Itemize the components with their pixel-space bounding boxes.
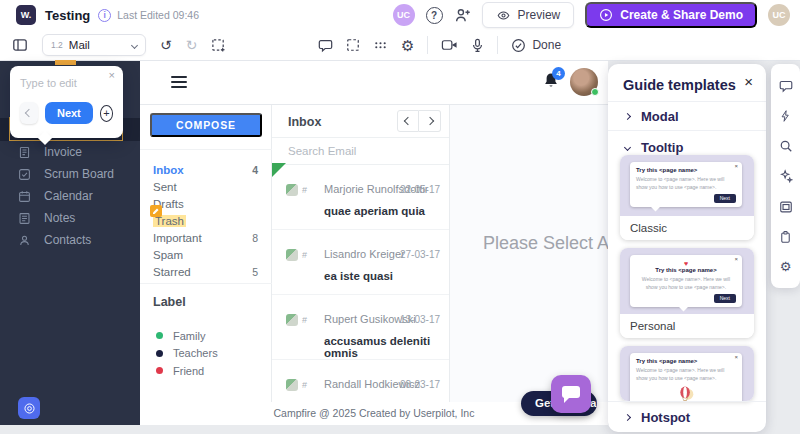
folder-label: Starred	[153, 266, 191, 278]
template-card-illustrated[interactable]: × Try this <page name> Welcome to <page …	[620, 346, 754, 401]
sidebar-item-label: Invoice	[44, 145, 82, 159]
comment-tool-icon[interactable]	[318, 38, 333, 53]
folder-spam[interactable]: Spam	[140, 246, 271, 263]
preview-body: Welcome to <page name>. Here we will sho…	[636, 175, 736, 192]
email-list-item[interactable]: # Rupert Gusikowski 13-03-17 accusamus d…	[272, 295, 449, 360]
template-card-classic[interactable]: × Try this <page name> Welcome to <page …	[620, 155, 754, 240]
comments-icon[interactable]	[779, 79, 793, 93]
grid-apps-icon[interactable]	[373, 38, 388, 52]
add-step-button[interactable]: +	[100, 105, 113, 122]
template-card-personal[interactable]: × ♥ Try this <page name> Welcome to <pag…	[620, 248, 754, 338]
chevron-down-icon	[624, 143, 631, 150]
label-color-dot	[156, 350, 163, 357]
divider	[427, 36, 428, 54]
preview-label: Preview	[518, 8, 561, 22]
sidebar-item-invoice[interactable]: Invoice	[0, 141, 140, 163]
profile-avatar[interactable]	[570, 68, 598, 96]
preview-body: Welcome to <page name>. Here we will sho…	[636, 366, 736, 383]
email-date: 27-03-17	[400, 249, 440, 260]
divider	[497, 36, 498, 54]
hamburger-menu-icon[interactable]	[171, 76, 187, 91]
chat-widget-button[interactable]	[551, 375, 591, 413]
microphone-icon[interactable]	[471, 38, 484, 53]
prev-page-button[interactable]	[397, 110, 419, 132]
search-icon[interactable]	[779, 139, 793, 153]
calendar-icon	[18, 190, 31, 203]
sidebar-item-contacts[interactable]: Contacts	[0, 229, 140, 251]
sender-avatar	[286, 379, 298, 391]
folder-inbox[interactable]: Inbox 4	[140, 161, 271, 178]
tooltip-text-input[interactable]: Type to edit	[20, 77, 113, 89]
invite-user-icon[interactable]	[454, 7, 471, 24]
close-icon[interactable]: ×	[109, 69, 115, 81]
label-friend[interactable]: Friend	[140, 362, 271, 380]
settings-gear-icon[interactable]: ⚙	[401, 38, 414, 53]
online-status-dot	[591, 88, 599, 96]
sparkles-ai-icon[interactable]	[779, 169, 793, 183]
sidebar-item-scrum-board[interactable]: Scrum Board	[0, 163, 140, 185]
help-icon[interactable]: ?	[426, 7, 443, 24]
folder-important[interactable]: Important 8	[140, 229, 271, 246]
email-list-item[interactable]: # Lisandro Kreiger 27-03-17 ea iste quas…	[272, 230, 449, 295]
labels-section-header: Label	[153, 295, 186, 309]
section-hotspot[interactable]: Hotspot	[608, 401, 766, 432]
email-list-item[interactable]: # Marjorie Runolfsdottir 22-05-17 quae a…	[272, 165, 449, 230]
app-logo[interactable]: W.	[16, 5, 36, 25]
email-list-item[interactable]: # Randall Hodkiewicz 08-03-17	[272, 360, 449, 402]
edit-element-marker	[150, 205, 162, 217]
selection-tool-icon[interactable]	[346, 38, 360, 52]
undo-icon[interactable]: ↺	[160, 38, 172, 52]
email-date: 22-05-17	[400, 184, 440, 195]
label-name: Family	[173, 330, 205, 342]
label-name: Teachers	[173, 347, 218, 359]
preview-body: Welcome to <page name>. Here we will sho…	[636, 275, 736, 292]
done-button[interactable]: Done	[511, 38, 561, 53]
sidebar-item-notes[interactable]: Notes	[0, 207, 140, 229]
builder-tools-rail: ⚙	[771, 64, 800, 288]
notes-icon	[18, 212, 31, 225]
modal-layout-icon[interactable]	[779, 200, 793, 214]
folder-sent[interactable]: Sent	[140, 178, 271, 195]
email-list-panel: Inbox # Marjorie Runolfsdottir 22-05-17 …	[272, 105, 450, 402]
settings-gear-icon[interactable]: ⚙	[780, 260, 792, 273]
resource-center-button[interactable]	[18, 397, 40, 419]
create-share-demo-button[interactable]: Create & Share Demo	[585, 2, 757, 28]
collaborator-avatar[interactable]: UC	[393, 4, 415, 26]
email-date: 13-03-17	[400, 314, 440, 325]
user-avatar[interactable]: UC	[768, 4, 790, 26]
label-family[interactable]: Family	[140, 327, 271, 345]
editor-topbar: W. Testing i Last Edited 09:46 UC ? Prev…	[0, 0, 800, 30]
divider	[140, 283, 272, 284]
hash-icon: #	[302, 315, 307, 325]
back-button[interactable]	[20, 102, 38, 124]
page-selector-dropdown[interactable]: 1.2 Mail	[42, 34, 146, 56]
folder-starred[interactable]: Starred 5	[140, 263, 271, 280]
tooltip-editor-popup: × Type to edit Next +	[10, 66, 123, 138]
label-teachers[interactable]: Teachers	[140, 345, 271, 363]
last-edited-label: Last Edited 09:46	[117, 9, 199, 21]
select-area-icon[interactable]	[211, 38, 226, 53]
lightning-icon[interactable]	[779, 109, 792, 123]
element-highlight-marker	[55, 60, 76, 65]
section-modal[interactable]: Modal	[608, 101, 766, 131]
panel-toggle-icon[interactable]	[12, 37, 28, 53]
compose-button[interactable]: COMPOSE	[150, 113, 262, 137]
preview-button[interactable]: Preview	[482, 2, 575, 28]
email-subject: quae aperiam quia	[324, 205, 425, 217]
next-button[interactable]: Next	[45, 102, 93, 124]
video-record-icon[interactable]	[441, 38, 458, 52]
close-icon[interactable]: ×	[744, 73, 753, 90]
preview-title: Try this <page name>	[636, 267, 736, 273]
redo-icon[interactable]: ↻	[186, 38, 198, 52]
next-page-button[interactable]	[419, 110, 441, 132]
list-title: Inbox	[288, 115, 321, 129]
search-input[interactable]	[288, 145, 428, 157]
folded-corner-ribbon	[272, 163, 286, 177]
preview-title: Try this <page name>	[636, 358, 736, 364]
notifications-bell-icon[interactable]: 4	[542, 71, 562, 93]
mail-folders-panel: COMPOSE Inbox 4 Sent Drafts Trash Import…	[140, 105, 272, 402]
eye-icon	[496, 9, 511, 22]
clipboard-icon[interactable]	[779, 230, 792, 244]
page-selector-value: Mail	[69, 39, 90, 51]
sidebar-item-calendar[interactable]: Calendar	[0, 185, 140, 207]
